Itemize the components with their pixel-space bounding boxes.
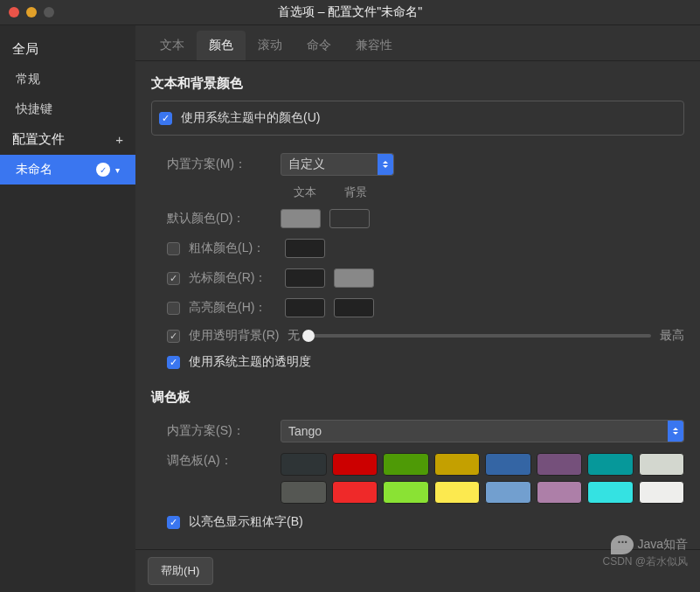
check-icon: ✓ bbox=[96, 163, 110, 177]
palette-swatch-0[interactable] bbox=[281, 453, 327, 476]
col-bg-label: 背景 bbox=[338, 185, 373, 200]
tab-scroll[interactable]: 滚动 bbox=[246, 31, 295, 60]
bold-color-label: 粗体颜色(L)： bbox=[189, 240, 276, 256]
cursor-text-swatch[interactable] bbox=[285, 268, 325, 288]
use-system-colors-label: 使用系统主题中的颜色(U) bbox=[181, 110, 320, 126]
palette-swatch-10[interactable] bbox=[383, 481, 429, 504]
palette-swatch-1[interactable] bbox=[332, 453, 378, 476]
slider-min-label: 无 bbox=[288, 328, 300, 344]
chevron-updown-icon bbox=[378, 154, 393, 175]
highlight-color-checkbox[interactable] bbox=[167, 302, 180, 315]
highlight-text-swatch[interactable] bbox=[285, 298, 325, 317]
transparent-bg-label: 使用透明背景(R) bbox=[189, 328, 279, 344]
palette-swatch-15[interactable] bbox=[639, 481, 685, 504]
default-color-label: 默认颜色(D)： bbox=[167, 211, 272, 226]
window-title: 首选项 – 配置文件"未命名" bbox=[278, 4, 423, 20]
tabs: 文本 颜色 滚动 命令 兼容性 bbox=[135, 25, 700, 61]
bright-bold-checkbox[interactable]: ✓ bbox=[167, 516, 180, 529]
sidebar-section-global: 全局 bbox=[0, 34, 135, 65]
bold-text-swatch[interactable] bbox=[285, 239, 325, 258]
titlebar: 首选项 – 配置文件"未命名" bbox=[0, 0, 700, 25]
palette-swatch-8[interactable] bbox=[281, 481, 327, 504]
use-system-colors-checkbox[interactable]: ✓ bbox=[159, 112, 172, 125]
tab-compat[interactable]: 兼容性 bbox=[343, 31, 405, 60]
default-text-swatch[interactable] bbox=[281, 209, 321, 228]
close-icon[interactable] bbox=[9, 7, 19, 17]
use-system-trans-label: 使用系统主题的透明度 bbox=[189, 354, 311, 370]
palette-scheme-dropdown[interactable]: Tango bbox=[281, 420, 684, 442]
builtin-scheme-label: 内置方案(M)： bbox=[167, 157, 272, 172]
sidebar-item-profile[interactable]: 未命名 ✓ ▾ bbox=[0, 155, 135, 185]
tab-text[interactable]: 文本 bbox=[148, 31, 197, 60]
highlight-color-label: 高亮颜色(H)： bbox=[189, 300, 276, 316]
help-button[interactable]: 帮助(H) bbox=[148, 557, 213, 585]
sidebar-item-general[interactable]: 常规 bbox=[0, 65, 135, 94]
palette-scheme-label: 内置方案(S)： bbox=[167, 423, 272, 439]
cursor-bg-swatch[interactable] bbox=[334, 268, 374, 288]
palette-swatch-13[interactable] bbox=[537, 481, 583, 504]
add-profile-icon[interactable]: + bbox=[115, 132, 123, 147]
palette-swatch-3[interactable] bbox=[434, 453, 481, 476]
builtin-scheme-value: 自定义 bbox=[288, 157, 325, 172]
bright-bold-label: 以亮色显示粗体字(B) bbox=[189, 514, 303, 530]
transparency-slider[interactable] bbox=[308, 334, 651, 338]
use-system-frame: ✓ 使用系统主题中的颜色(U) bbox=[151, 101, 684, 136]
palette-label: 调色板(A)： bbox=[167, 453, 272, 469]
palette-swatch-12[interactable] bbox=[485, 481, 531, 504]
palette-swatch-14[interactable] bbox=[587, 481, 634, 504]
palette-swatch-4[interactable] bbox=[485, 453, 531, 476]
window-controls bbox=[9, 7, 54, 17]
maximize-icon bbox=[44, 7, 54, 17]
palette-swatch-11[interactable] bbox=[434, 481, 481, 504]
sidebar: 全局 常规 快捷键 配置文件 + 未命名 ✓ ▾ bbox=[0, 25, 135, 592]
chevron-updown-icon bbox=[668, 421, 683, 442]
cursor-color-checkbox[interactable] bbox=[167, 272, 180, 285]
section-palette: 调色板 bbox=[151, 389, 684, 406]
palette-swatch-5[interactable] bbox=[537, 453, 583, 476]
section-text-bg: 文本和背景颜色 bbox=[151, 75, 684, 92]
sidebar-section-profiles: 配置文件 + bbox=[0, 124, 135, 155]
column-headers: 文本 背景 bbox=[288, 181, 684, 204]
palette-swatch-9[interactable] bbox=[332, 481, 378, 504]
slider-max-label: 最高 bbox=[660, 328, 684, 344]
palette-swatch-7[interactable] bbox=[639, 453, 685, 476]
transparent-bg-checkbox[interactable] bbox=[167, 330, 180, 343]
footer: 帮助(H) bbox=[135, 549, 700, 592]
bold-color-checkbox[interactable] bbox=[167, 242, 180, 255]
use-system-trans-checkbox[interactable]: ✓ bbox=[167, 356, 180, 369]
sidebar-item-shortcuts[interactable]: 快捷键 bbox=[0, 94, 135, 124]
tab-command[interactable]: 命令 bbox=[295, 31, 343, 60]
highlight-bg-swatch[interactable] bbox=[334, 298, 374, 317]
cursor-color-label: 光标颜色(R)： bbox=[189, 270, 276, 286]
profiles-label: 配置文件 bbox=[12, 131, 65, 148]
palette-swatch-2[interactable] bbox=[383, 453, 429, 476]
palette-scheme-value: Tango bbox=[288, 424, 322, 438]
profile-name-label: 未命名 bbox=[16, 162, 52, 178]
chevron-down-icon[interactable]: ▾ bbox=[115, 165, 120, 175]
builtin-scheme-dropdown[interactable]: 自定义 bbox=[281, 153, 394, 176]
minimize-icon[interactable] bbox=[26, 7, 37, 17]
default-bg-swatch[interactable] bbox=[329, 209, 370, 228]
slider-thumb[interactable] bbox=[302, 330, 315, 342]
col-text-label: 文本 bbox=[288, 185, 322, 200]
palette-grid bbox=[281, 453, 684, 504]
tab-color[interactable]: 颜色 bbox=[197, 31, 246, 60]
palette-swatch-6[interactable] bbox=[587, 453, 634, 476]
panel: 文本和背景颜色 ✓ 使用系统主题中的颜色(U) 内置方案(M)： 自定义 文本 bbox=[135, 61, 700, 549]
